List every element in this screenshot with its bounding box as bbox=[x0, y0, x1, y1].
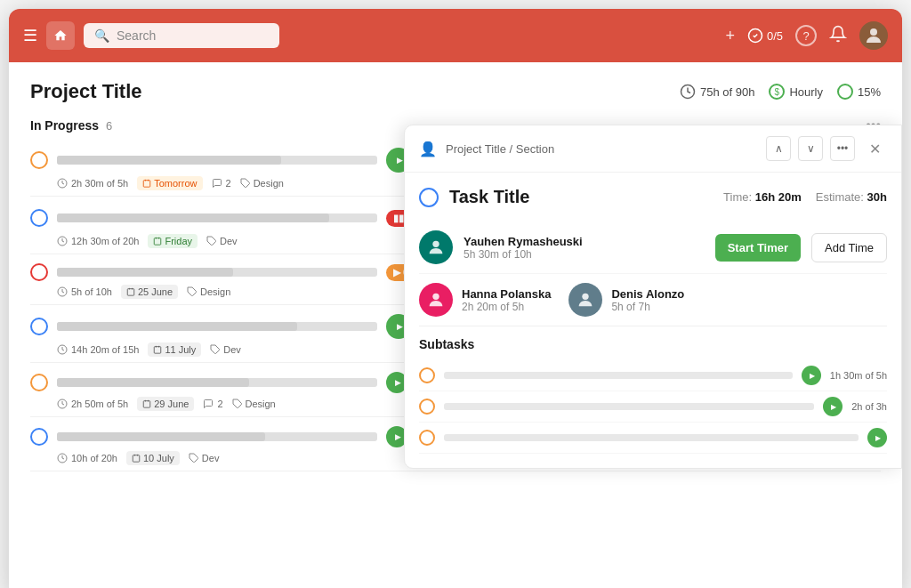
user1-time: 5h 30m of 10h bbox=[464, 248, 705, 261]
task-time: 14h 20m of 15h bbox=[57, 344, 139, 355]
detail-panel: 👤 Project Title / Section ∧ ∨ ••• ✕ Task… bbox=[404, 125, 902, 469]
task-progress-bar bbox=[57, 322, 377, 331]
estimate-label: Estimate: 30h bbox=[816, 190, 887, 204]
question-icon[interactable]: ? bbox=[795, 25, 817, 46]
plus-icon[interactable]: + bbox=[725, 27, 735, 45]
subtask-play-button[interactable]: ▶ bbox=[823, 397, 842, 416]
task-comments: 2 bbox=[212, 178, 231, 189]
task-progress-fill bbox=[57, 268, 233, 277]
subtask-play-button[interactable]: ▶ bbox=[802, 366, 821, 385]
play-icon: ▶ bbox=[397, 322, 403, 331]
task-title: Task Title bbox=[449, 187, 713, 207]
subtask-checkbox[interactable] bbox=[419, 367, 435, 383]
user3-info: Denis Alonzo 5h of 7h bbox=[611, 287, 684, 313]
subtask-row: ▶ 1h 30m of 5h bbox=[419, 360, 887, 391]
task-checkbox[interactable] bbox=[30, 263, 48, 281]
home-icon[interactable] bbox=[46, 21, 75, 50]
task-date: Friday bbox=[148, 234, 198, 248]
search-bar[interactable]: 🔍 Search bbox=[84, 23, 279, 48]
user3-avatar bbox=[568, 283, 602, 317]
chevron-down-button[interactable]: ∨ bbox=[798, 136, 823, 161]
progress-value: 15% bbox=[858, 85, 881, 99]
subtask-play-button[interactable]: ▶ bbox=[867, 428, 887, 447]
task-progress-bar bbox=[57, 156, 377, 165]
user1-avatar bbox=[419, 230, 453, 264]
hamburger-icon[interactable]: ☰ bbox=[23, 26, 37, 45]
task-time: 5h of 10h bbox=[57, 286, 112, 297]
chevron-up-button[interactable]: ∧ bbox=[766, 136, 791, 161]
header-left: ☰ 🔍 Search bbox=[23, 21, 714, 50]
task-date-value: Tomorrow bbox=[154, 178, 197, 189]
subtask-bar bbox=[444, 403, 814, 410]
start-timer-button[interactable]: Start Timer bbox=[715, 234, 801, 262]
user2-time: 2h 20m of 5h bbox=[462, 301, 551, 313]
more-options-button[interactable]: ••• bbox=[830, 136, 855, 161]
user2-name: Hanna Polanska bbox=[462, 287, 551, 301]
task-checkbox[interactable] bbox=[30, 428, 48, 446]
subtasks-title: Subtasks bbox=[419, 337, 887, 351]
hours-value: 75h of 90h bbox=[700, 85, 754, 99]
task-checkbox[interactable] bbox=[30, 318, 48, 335]
task-count[interactable]: 0/5 bbox=[747, 28, 783, 44]
task-progress-fill bbox=[57, 213, 329, 222]
search-placeholder: Search bbox=[117, 28, 156, 43]
play-icon: ▶ bbox=[395, 378, 401, 387]
subtask-bar bbox=[444, 372, 793, 379]
play-icon: ▶ bbox=[395, 432, 401, 441]
task-tag: Dev bbox=[189, 453, 220, 463]
svg-rect-16 bbox=[155, 347, 162, 354]
play-icon: ▶ bbox=[397, 156, 403, 165]
add-time-button[interactable]: Add Time bbox=[811, 233, 887, 262]
user1-name: Yauhen Rymasheuski bbox=[464, 235, 705, 248]
subtask-checkbox[interactable] bbox=[419, 430, 435, 446]
person-icon: 👤 bbox=[419, 141, 437, 157]
user3-card: Denis Alonzo 5h of 7h bbox=[568, 283, 684, 317]
search-icon: 🔍 bbox=[94, 28, 109, 43]
task-date: Tomorrow bbox=[137, 176, 202, 190]
user3-name: Denis Alonzo bbox=[611, 287, 684, 301]
progress-meta: 15% bbox=[837, 84, 881, 100]
subtask-checkbox[interactable] bbox=[419, 399, 435, 415]
task-progress-bar bbox=[57, 213, 377, 222]
svg-point-29 bbox=[583, 294, 589, 300]
task-time: 10h of 20h bbox=[57, 453, 117, 463]
task-checkbox[interactable] bbox=[30, 151, 48, 169]
task-date: 11 July bbox=[148, 342, 201, 357]
task-tag: Dev bbox=[206, 236, 238, 246]
clock-icon bbox=[680, 84, 696, 100]
header-right: + 0/5 ? bbox=[725, 21, 888, 50]
section-title: In Progress bbox=[30, 118, 99, 133]
task-tag: Design bbox=[240, 178, 284, 189]
detail-body: Task Title Time: 16h 20m Estimate: 30h bbox=[405, 173, 901, 468]
user-avatar[interactable] bbox=[859, 21, 888, 50]
billing-meta: $ Hourly bbox=[769, 84, 823, 100]
task-time: 2h 30m of 5h bbox=[57, 178, 128, 189]
task-comments: 2 bbox=[203, 399, 222, 409]
hours-meta: 75h of 90h bbox=[680, 84, 754, 100]
breadcrumb: Project Title / Section bbox=[446, 142, 757, 156]
task-progress-bar bbox=[57, 378, 377, 387]
user2-info: Hanna Polanska 2h 20m of 5h bbox=[462, 287, 551, 313]
task-count-value: 0/5 bbox=[767, 29, 783, 43]
task-title-checkbox[interactable] bbox=[419, 188, 439, 207]
detail-panel-header: 👤 Project Title / Section ∧ ∨ ••• ✕ bbox=[405, 125, 901, 173]
task-progress-fill bbox=[57, 432, 265, 441]
project-meta: 75h of 90h $ Hourly 15% bbox=[680, 84, 881, 100]
task-progress-bar bbox=[57, 432, 377, 441]
subtask2-time: 2h of 3h bbox=[851, 401, 887, 412]
task-checkbox[interactable] bbox=[30, 374, 48, 391]
svg-rect-4 bbox=[143, 181, 150, 188]
task-checkbox[interactable] bbox=[30, 209, 48, 227]
subtask-row: ▶ bbox=[419, 423, 887, 454]
task-progress-fill bbox=[57, 378, 249, 387]
billing-value: Hourly bbox=[789, 85, 823, 99]
project-header: Project Title 75h of 90h $ Hourly 15% bbox=[30, 80, 881, 103]
bell-icon[interactable] bbox=[829, 25, 847, 47]
close-button[interactable]: ✕ bbox=[862, 136, 887, 161]
billing-icon: $ bbox=[769, 84, 785, 100]
user2-avatar bbox=[419, 283, 453, 317]
detail-actions: ∧ ∨ ••• ✕ bbox=[766, 136, 887, 161]
user2-card: Hanna Polanska 2h 20m of 5h bbox=[419, 283, 551, 317]
svg-point-28 bbox=[432, 294, 439, 300]
project-title: Project Title bbox=[30, 80, 142, 103]
